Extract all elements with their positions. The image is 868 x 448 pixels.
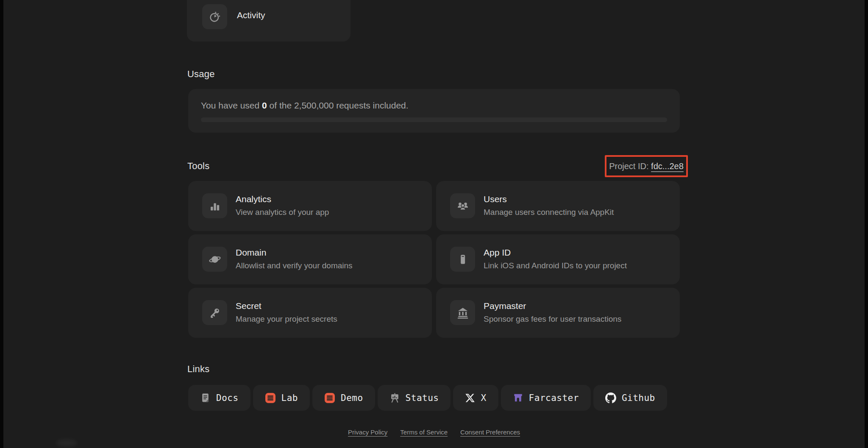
tool-card-title: App ID	[484, 248, 511, 258]
docs-icon	[200, 392, 211, 403]
tool-card-app-id[interactable]: App ID Link iOS and Android IDs to your …	[436, 234, 680, 284]
farcaster-logo-icon	[513, 392, 523, 403]
tools-heading: Tools	[187, 161, 209, 172]
tool-card-subtitle: Allowlist and verify your domains	[236, 261, 353, 270]
github-logo-icon	[605, 392, 616, 403]
tools-grid: Analytics View analytics of your app Use…	[188, 181, 680, 338]
tool-card-subtitle: Manage your project secrets	[236, 314, 337, 324]
usage-text-prefix: You have used	[201, 100, 262, 110]
footer-link-terms-of-service[interactable]: Terms of Service	[400, 429, 448, 436]
screen-left-edge	[0, 0, 3, 448]
bank-icon	[450, 300, 475, 325]
usage-used-value: 0	[262, 100, 267, 110]
planet-icon	[202, 247, 227, 272]
tool-card-paymaster[interactable]: Paymaster Sponsor gas fees for user tran…	[436, 288, 680, 338]
links-row: Docs Lab Demo	[188, 385, 667, 411]
tool-card-title: Users	[484, 194, 507, 204]
link-button-label: Lab	[281, 393, 298, 403]
activity-card[interactable]: Activity	[187, 0, 351, 42]
project-id-label: Project ID:	[609, 161, 651, 171]
timer-icon	[202, 4, 227, 29]
screen-right-edge	[865, 0, 868, 448]
tool-card-analytics[interactable]: Analytics View analytics of your app	[188, 181, 432, 231]
tool-card-subtitle: Sponsor gas fees for user transactions	[484, 314, 621, 324]
link-button-lab[interactable]: Lab	[253, 385, 310, 411]
tool-card-title: Secret	[236, 301, 262, 311]
tool-card-domain[interactable]: Domain Allowlist and verify your domains	[188, 234, 432, 284]
link-button-docs[interactable]: Docs	[188, 385, 250, 411]
usage-progress-bar	[201, 117, 667, 122]
status-board-icon	[389, 392, 400, 403]
footer-link-privacy-policy[interactable]: Privacy Policy	[348, 429, 387, 436]
reown-logo-icon	[265, 392, 276, 403]
usage-heading: Usage	[187, 69, 215, 80]
usage-text-suffix: of the 2,500,000 requests included.	[267, 100, 409, 110]
link-button-label: X	[481, 393, 486, 403]
project-id-highlight: Project ID: fdc...2e8	[605, 155, 688, 177]
cursor-smudge	[56, 440, 77, 446]
link-button-label: Github	[622, 393, 655, 403]
usage-card: You have used 0 of the 2,500,000 request…	[188, 89, 680, 133]
activity-card-label: Activity	[237, 10, 265, 20]
tool-card-title: Domain	[236, 248, 266, 258]
link-button-label: Status	[406, 393, 439, 403]
link-button-x[interactable]: X	[453, 385, 498, 411]
link-button-label: Docs	[216, 393, 239, 403]
link-button-demo[interactable]: Demo	[312, 385, 375, 411]
reown-logo-icon	[324, 392, 335, 403]
key-icon	[202, 300, 227, 325]
footer-link-consent-preferences[interactable]: Consent Preferences	[460, 429, 520, 436]
link-button-label: Farcaster	[529, 393, 579, 403]
usage-summary-text: You have used 0 of the 2,500,000 request…	[201, 100, 409, 111]
bar-chart-icon	[202, 193, 227, 218]
project-id-value[interactable]: fdc...2e8	[651, 161, 684, 171]
users-icon	[450, 193, 475, 218]
phone-icon	[450, 247, 475, 272]
tool-card-title: Paymaster	[484, 301, 526, 311]
link-button-status[interactable]: Status	[378, 385, 451, 411]
tool-card-subtitle: Link iOS and Android IDs to your project	[484, 261, 627, 270]
link-button-farcaster[interactable]: Farcaster	[501, 385, 591, 411]
project-id-badge[interactable]: Project ID: fdc...2e8	[609, 161, 684, 171]
tool-card-title: Analytics	[236, 194, 271, 204]
tool-card-secret[interactable]: Secret Manage your project secrets	[188, 288, 432, 338]
link-button-github[interactable]: Github	[593, 385, 667, 411]
tool-card-subtitle: View analytics of your app	[236, 208, 329, 217]
links-heading: Links	[187, 364, 209, 375]
link-button-label: Demo	[341, 393, 363, 403]
tool-card-users[interactable]: Users Manage users connecting via AppKit	[436, 181, 680, 231]
x-logo-icon	[465, 393, 475, 403]
tool-card-subtitle: Manage users connecting via AppKit	[484, 208, 614, 217]
footer: Privacy Policy Terms of Service Consent …	[0, 429, 868, 436]
